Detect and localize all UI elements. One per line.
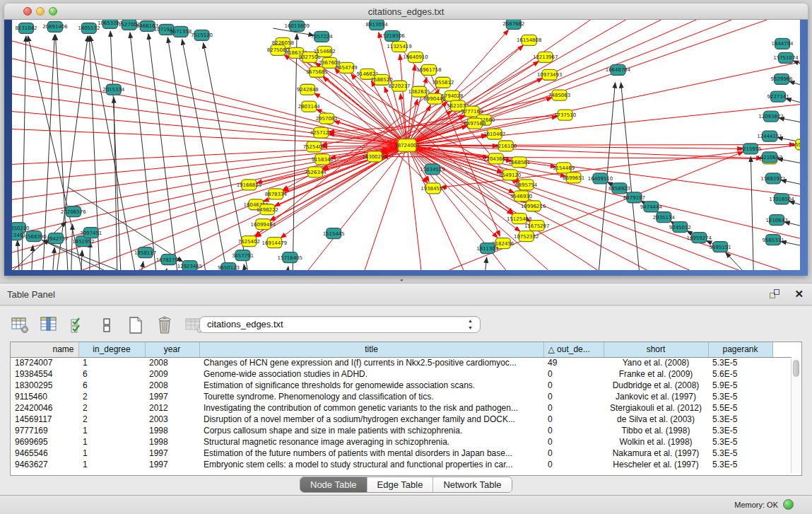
float-panel-button[interactable] [770,289,781,300]
table-row[interactable]: 1830029562008Estimation of significance … [11,380,792,391]
table-vertical-scrollbar[interactable] [791,358,800,473]
network-node[interactable]: 19166825 [237,180,262,190]
network-node[interactable]: 9154469 [553,163,575,173]
table-cell-title: Changes of HCN gene expression and I(f) … [199,357,543,368]
network-node-label: 7525402 [303,144,325,150]
table-row[interactable]: 946554611997Estimation of the future num… [11,448,792,459]
tab-network-table[interactable]: Network Table [433,477,511,492]
network-node[interactable]: 15692971 [760,173,786,184]
table-row[interactable]: 1456911722003Disruption of a novel membe… [11,414,792,425]
network-node[interactable]: 8699651 [563,173,584,183]
network-node[interactable]: 11325419 [387,41,412,52]
network-node-label: 8813054 [366,22,389,28]
memory-status-icon[interactable] [783,499,794,510]
network-node[interactable]: 7515520 [191,30,213,40]
table-row[interactable]: 911546021997Tourette syndrome. Phenomeno… [11,391,792,402]
network-node[interactable]: 1210643 [766,215,788,226]
network-node[interactable]: 1362615 [408,86,430,97]
network-graph[interactable]: 1872400782260588275080818632893275081154… [12,20,800,270]
network-node[interactable]: 12444151 [757,131,782,141]
show-column-icon[interactable] [39,315,59,335]
delete-attribute-icon[interactable] [155,315,175,335]
network-node[interactable]: 16914479 [262,238,288,248]
network-node-label: 10752332 [514,234,539,240]
table-chooser-dropdown[interactable]: citations_edges.txt ▲▼ [199,316,481,333]
network-node-label: 19166825 [237,182,262,188]
network-node[interactable]: 16961758 [416,64,442,75]
table-body: 1872400712008Changes of HCN gene express… [11,357,792,470]
table-row[interactable]: 977716911998Corpus callosum shape and si… [11,425,792,436]
tab-edge-table[interactable]: Edge Table [367,477,434,492]
network-node[interactable]: 2687682 [502,20,524,29]
network-node[interactable]: 16648784 [606,64,631,75]
network-node[interactable]: 3457791 [232,250,254,261]
column-header-out_degree[interactable]: △ out_de... [543,342,604,357]
network-node[interactable]: 10996216 [521,201,546,211]
table-cell-out_degree: 0 [543,368,604,380]
column-header-pagerank[interactable]: pagerank [708,342,772,357]
network-node[interactable]: 10752332 [514,231,539,242]
network-node[interactable]: 11675297 [524,221,550,231]
network-node[interactable]: 16154808 [517,35,542,45]
column-header-in_degree[interactable]: in_degree [78,342,145,357]
network-node[interactable]: 16099484 [251,219,276,230]
table-cell-pagerank: 5.3E-5 [708,425,772,436]
network-node[interactable]: 1844794 [772,38,794,49]
tab-node-table[interactable]: Node Table [300,477,367,492]
network-node[interactable]: 9565311 [763,235,784,245]
row-select-icon[interactable] [68,315,88,335]
network-node[interactable]: 7357224 [311,31,334,42]
network-node[interactable]: 1595850 [792,139,800,150]
table-row[interactable]: 946362711997Embryonic stem cells: a mode… [11,459,792,470]
network-node[interactable]: 7955812 [432,77,454,88]
column-header-year[interactable]: year [145,342,199,357]
network-node[interactable]: 9245012 [669,222,691,233]
split-pane-handle[interactable]: ◂ [400,278,407,282]
network-node[interactable]: 1405572 [78,23,100,33]
close-panel-icon[interactable]: ✕ [794,288,804,300]
network-node[interactable]: 15716485 [278,252,303,263]
table-cell-short: de Silva et al. (2003) [604,414,708,425]
network-node[interactable]: 15218506 [379,30,405,41]
network-node[interactable]: 8131042 [15,23,37,33]
network-node[interactable]: 9474444 [640,201,663,212]
network-node[interactable]: 9329966 [771,74,793,84]
scrollbar-thumb[interactable] [793,360,799,377]
network-node[interactable]: 7485063 [548,90,570,100]
table-row[interactable]: 969969511998Structural magnetic resonanc… [11,436,792,448]
table-row[interactable]: 1938455462009Genome-wide association stu… [11,368,792,380]
network-node[interactable]: 19384554 [420,183,446,194]
network-node[interactable]: 8813054 [366,20,389,30]
network-node[interactable]: 1737510 [554,110,576,120]
network-node[interactable]: 16013809 [285,21,310,31]
network-canvas[interactable]: 1872400782260588275080818632893275081154… [12,20,800,270]
column-header-short[interactable]: short [604,342,708,357]
network-node[interactable]: 20891406 [42,21,68,32]
network-node[interactable]: 16640910 [403,52,428,62]
column-header-name[interactable]: name [11,342,78,357]
network-node[interactable]: 2803144 [298,101,321,112]
network-node[interactable]: 8878334 [265,189,288,199]
network-node[interactable]: 15125468 [507,214,532,224]
network-node[interactable]: 2935134 [653,212,676,223]
row-height-icon[interactable] [97,315,117,335]
network-node[interactable]: 9227341 [767,91,789,102]
network-node[interactable]: 3216100 [495,141,517,151]
network-node[interactable]: 16409510 [588,173,613,184]
table-row[interactable]: 2242004622012Investigating the contribut… [11,402,792,414]
column-header-title[interactable]: title [199,342,543,357]
table-row[interactable]: 1872400712008Changes of HCN gene express… [11,357,792,368]
new-table-icon[interactable] [126,315,146,335]
window-titlebar[interactable]: citations_edges.txt [4,4,808,20]
network-node[interactable]: 8215955 [740,144,762,154]
network-node[interactable]: 9242848 [297,84,319,95]
table-cell-pagerank: 5.9E-5 [708,380,772,391]
network-node[interactable]: 12093872 [758,111,784,122]
network-node[interactable]: 9650123 [218,263,240,270]
network-node[interactable]: 1515445 [323,228,345,239]
network-node[interactable]: 2015334 [102,84,125,95]
network-node[interactable]: 18724007 [394,139,420,152]
table-settings-icon[interactable] [10,315,30,335]
network-node-label: 16099484 [251,222,276,228]
network-node-label: 9227341 [767,94,789,100]
